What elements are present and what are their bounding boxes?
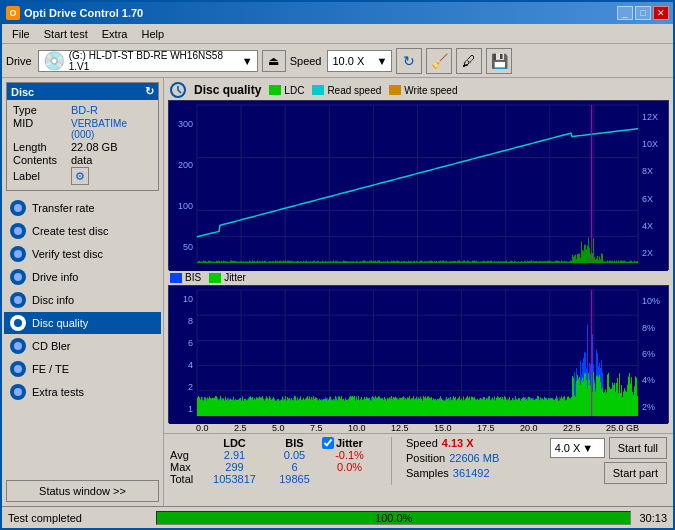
nav-create-test-disc[interactable]: Create test disc [4, 220, 161, 242]
total-label: Total [170, 473, 202, 485]
nav-extra-tests[interactable]: Extra tests [4, 381, 161, 403]
nav-verify-test-disc[interactable]: Verify test disc [4, 243, 161, 265]
stats-right: Speed 4.13 X Position 22606 MB Samples 3… [406, 437, 499, 479]
chart-title: Disc quality [194, 83, 261, 97]
jitter-header: Jitter [322, 437, 363, 449]
svg-point-3 [14, 273, 22, 281]
legend-color-ldc [269, 85, 281, 95]
nav-icon-fe-te [10, 361, 26, 377]
lower-chart-canvas [169, 286, 668, 424]
status-time: 30:13 [639, 512, 667, 524]
speed-select-row: 4.0 X ▼ Start full [550, 437, 667, 459]
svg-point-6 [14, 342, 22, 350]
app-icon: O [6, 6, 20, 20]
mid-value: VERBATIMe (000) [71, 118, 152, 140]
max-label: Max [170, 461, 202, 473]
status-window-button[interactable]: Status window >> [6, 480, 159, 502]
menu-extra[interactable]: Extra [96, 26, 134, 42]
status-text: Test completed [8, 512, 148, 524]
disc-panel: Disc ↻ Type BD-R MID VERBATIMe (000) Len… [6, 82, 159, 191]
total-ldc: 1053817 [202, 473, 267, 485]
header-jitter: Jitter [336, 437, 363, 449]
svg-point-2 [14, 250, 22, 258]
start-part-button[interactable]: Start part [604, 462, 667, 484]
svg-point-0 [14, 204, 22, 212]
close-button[interactable]: ✕ [653, 6, 669, 20]
speed-row: Speed 4.13 X [406, 437, 499, 449]
title-bar: O Opti Drive Control 1.70 _ □ ✕ [2, 2, 673, 24]
main-window: O Opti Drive Control 1.70 _ □ ✕ File Sta… [0, 0, 675, 530]
upper-chart-canvas [169, 101, 668, 271]
refresh-button[interactable]: ↻ [396, 48, 422, 74]
total-bis: 19865 [267, 473, 322, 485]
menu-file[interactable]: File [6, 26, 36, 42]
start-full-button[interactable]: Start full [609, 437, 667, 459]
toolbar: Drive 💿 (G:) HL-DT-ST BD-RE WH16NS58 1.V… [2, 44, 673, 78]
legend-color-jitter [209, 273, 221, 283]
chart-icon [170, 82, 186, 98]
header-ldc: LDC [202, 437, 267, 449]
position-label: Position [406, 452, 445, 464]
nav-icon-disc-quality [10, 315, 26, 331]
nav-fe-te[interactable]: FE / TE [4, 358, 161, 380]
avg-label: Avg [170, 449, 202, 461]
nav-label-disc-quality: Disc quality [32, 317, 88, 329]
disc-refresh-icon[interactable]: ↻ [145, 85, 154, 98]
svg-point-1 [14, 227, 22, 235]
nav-drive-info[interactable]: Drive info [4, 266, 161, 288]
save-button[interactable]: 💾 [486, 48, 512, 74]
upper-y-left: 300 200 100 50 [169, 101, 195, 269]
label-key: Label [13, 170, 71, 182]
disc-panel-header: Disc ↻ [7, 83, 158, 100]
type-key: Type [13, 104, 71, 116]
speed-select[interactable]: 10.0 X ▼ [327, 50, 392, 72]
legend-jitter: Jitter [209, 272, 246, 283]
jitter-checkbox[interactable] [322, 437, 334, 449]
position-value: 22606 MB [449, 452, 499, 464]
contents-value: data [71, 154, 92, 166]
status-window-btn-container: Status window >> [6, 480, 159, 502]
maximize-button[interactable]: □ [635, 6, 651, 20]
nav-label-create-test-disc: Create test disc [32, 225, 108, 237]
minimize-button[interactable]: _ [617, 6, 633, 20]
samples-value: 361492 [453, 467, 490, 479]
menu-bar: File Start test Extra Help [2, 24, 673, 44]
chart-header: Disc quality LDC Read speed Write speed [164, 78, 673, 100]
menu-help[interactable]: Help [135, 26, 170, 42]
window-title: Opti Drive Control 1.70 [24, 7, 143, 19]
drive-select[interactable]: 💿 (G:) HL-DT-ST BD-RE WH16NS58 1.V1 ▼ [38, 50, 258, 72]
legend-label-read-speed: Read speed [327, 85, 381, 96]
label-icon-button[interactable]: ⚙ [71, 167, 89, 185]
right-panel: Disc quality LDC Read speed Write speed [164, 78, 673, 506]
nav-icon-create-test-disc [10, 223, 26, 239]
lower-y-left: 10 8 6 4 2 1 [169, 286, 195, 422]
eject-button[interactable]: ⏏ [262, 50, 286, 72]
burn-button[interactable]: 🖊 [456, 48, 482, 74]
legend-label-write-speed: Write speed [404, 85, 457, 96]
erase-button[interactable]: 🧹 [426, 48, 452, 74]
nav-label-extra-tests: Extra tests [32, 386, 84, 398]
disc-info-panel: Type BD-R MID VERBATIMe (000) Length 22.… [7, 100, 158, 190]
nav-cd-bler[interactable]: CD Bler [4, 335, 161, 357]
speed-label: Speed [406, 437, 438, 449]
x-axis-labels: 0.02.55.07.510.012.515.017.520.022.525.0… [168, 423, 669, 433]
length-key: Length [13, 141, 71, 153]
avg-bis: 0.05 [267, 449, 322, 461]
progress-bar-container: 100.0% [156, 511, 631, 525]
speed-select-display[interactable]: 4.0 X ▼ [550, 438, 605, 458]
legend-color-write-speed [389, 85, 401, 95]
legend-color-read-speed [312, 85, 324, 95]
lower-chart: 10 8 6 4 2 1 10% 8% 6% 4% 2% [168, 285, 669, 423]
progress-text: 100.0% [157, 512, 630, 524]
nav-disc-quality[interactable]: Disc quality [4, 312, 161, 334]
nav-transfer-rate[interactable]: Transfer rate [4, 197, 161, 219]
stats-panel: LDC BIS Jitter Avg 2.91 0.05 -0.1% [164, 433, 673, 488]
type-value: BD-R [71, 104, 98, 116]
nav-label-verify-test-disc: Verify test disc [32, 248, 103, 260]
header-bis: BIS [267, 437, 322, 449]
menu-start-test[interactable]: Start test [38, 26, 94, 42]
nav-disc-info[interactable]: Disc info [4, 289, 161, 311]
contents-key: Contents [13, 154, 71, 166]
legend-bis: BIS [170, 272, 201, 283]
stats-avg-row: Avg 2.91 0.05 -0.1% [170, 449, 377, 461]
